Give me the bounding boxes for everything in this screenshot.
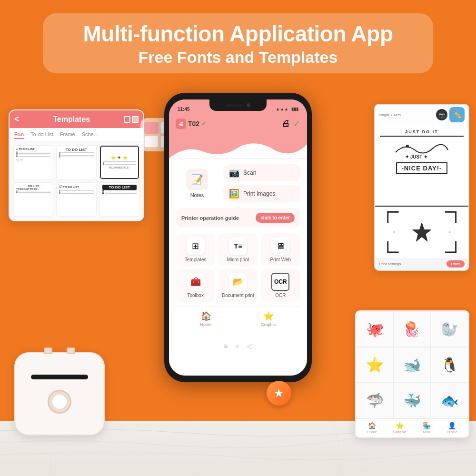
templates-icon: ⊞ (187, 237, 205, 255)
header-box: Multi-function Application App Free Font… (43, 13, 433, 73)
rt-camera-button[interactable]: 📷 (436, 109, 447, 120)
app-ocr[interactable]: OCR OCR (261, 269, 300, 302)
print-icon[interactable]: 🖨 (282, 119, 290, 129)
header-subtitle: Free Fonts and Templates (62, 48, 414, 67)
notes-icon: 📝 (191, 174, 203, 185)
gesture-menu-icon: ≡ (224, 342, 228, 350)
lt-tab-frame[interactable]: Frame (60, 131, 75, 139)
bubble-sq-2 (144, 136, 159, 148)
rt-shark-svg: ✦ JUST ✦ (391, 140, 453, 159)
svg-text:✦ JUST ✦: ✦ JUST ✦ (405, 154, 428, 159)
rt-print-bar: Print settings Print (375, 258, 468, 270)
scan-label: Scan (243, 169, 256, 176)
graphic-label: Graphic (261, 322, 276, 327)
lt-title: Templates (22, 115, 121, 124)
star-icon: ★ (274, 387, 284, 400)
lt-grid: TO DO LIST ♡♡ TO DO LIST ⭐ (10, 141, 143, 220)
brt-nav-mall[interactable]: 🏪 Mall (423, 422, 431, 434)
floating-star-badge[interactable]: ★ (267, 381, 291, 406)
brt-cell-seal1[interactable]: 🦭 (431, 311, 468, 347)
brt-nav-home[interactable]: 🏠 Home (367, 422, 377, 434)
app-toolbox[interactable]: 🧰 Toolbox (176, 269, 215, 302)
lt-cell-3[interactable]: ⭐ ✈ ⭐ NO.9788334167 (99, 145, 139, 179)
toolbox-icon: 🧰 (187, 273, 205, 291)
lt-tab-schedule[interactable]: Sche... (82, 131, 98, 139)
brt-cell-starfish[interactable]: ⭐ (356, 347, 394, 383)
brt-cell-seal3[interactable]: 🐟 (431, 383, 468, 418)
lt-cell-2[interactable]: TO DO LIST (56, 145, 96, 179)
lt-cell-5[interactable]: ☑ TO DO LIST (56, 182, 96, 217)
rt-nice-day-text: -NICE DAY!- (396, 162, 448, 174)
gesture-back-icon: ◁ (247, 342, 252, 350)
app-docprint[interactable]: 📂 Document print (218, 269, 258, 302)
brt-cell-octopus[interactable]: 🐙 (356, 311, 394, 347)
brt-cell-whale[interactable]: 🐳 (394, 383, 431, 418)
phone-screen: 11:45 ▲▲▲ ▮▮▮ 🖨 T02 ✓ 🖨 ✓ (169, 99, 307, 376)
battery-icon: ▮▮▮ (291, 107, 298, 111)
lt-icon-sq-2 (132, 116, 139, 123)
rt-edit-button[interactable]: ✏️ (449, 107, 465, 122)
brt-nav-graphic[interactable]: ⭐ Graphic (393, 422, 407, 434)
printer-guide-banner: Printer operation guide click to enter (176, 208, 300, 228)
bottom-right-tablet-animals: 🐙 🪼 🦭 ⭐ 🐋 🐧 🦈 🐳 🐟 🏠 Home ⭐ Graphic 🏪 Mal… (355, 310, 469, 438)
notes-action[interactable]: 📝 Notes (176, 164, 218, 202)
phone-content: 📝 Notes 📷 Scan 🖼️ Print Images (169, 159, 307, 338)
microprint-icon: T≡ (229, 237, 247, 255)
rt-print-settings: Print settings (379, 262, 401, 266)
brt-graphic-icon: ⭐ (396, 422, 404, 429)
graphic-icon: ⭐ (263, 311, 274, 321)
lt-cell-1[interactable]: TO DO LIST ♡♡ (13, 145, 53, 179)
lt-tab-todo[interactable]: To-do List (30, 131, 53, 139)
right-tablet-editor: length 7.4cm 📷 ✏️ JUST DO IT ✦ JUST ✦ -N… (374, 104, 469, 271)
lt-cell-4[interactable]: DO LIST TO DO LIST TO DO (13, 182, 53, 217)
print-images-action[interactable]: 🖼️ Print Images (223, 185, 300, 202)
svg-point-0 (406, 145, 409, 148)
printer-tab-left (44, 347, 52, 354)
ocr-label: OCR (275, 293, 286, 298)
brt-cell-seal2[interactable]: 🐋 (394, 347, 431, 383)
nav-graphic[interactable]: ⭐ Graphic (261, 311, 276, 327)
brt-cell-shark[interactable]: 🦈 (356, 383, 394, 418)
rt-print-button[interactable]: Print (446, 260, 465, 268)
lt-header: < Templates (10, 110, 143, 128)
app-header-actions: 🖨 ✓ (282, 119, 300, 129)
phone-notch (209, 99, 267, 111)
brt-nav-profile[interactable]: 👤 Profile (446, 422, 457, 434)
lt-cell-6[interactable]: TO DO LIST (99, 182, 139, 217)
brt-grid: 🐙 🪼 🦭 ⭐ 🐋 🐧 🦈 🐳 🐟 (356, 311, 468, 418)
printweb-label: Print Web (270, 257, 291, 262)
printer-paper-slot (31, 375, 88, 379)
nav-home[interactable]: 🏠 Home (200, 311, 212, 327)
scan-icon: 📷 (229, 168, 239, 178)
notes-icon-box: 📝 (186, 169, 208, 190)
docprint-label: Document print (222, 293, 254, 298)
lt-icons (124, 116, 139, 123)
brt-cell-penguin[interactable]: 🐧 (431, 347, 468, 383)
ocr-icon: OCR (271, 273, 289, 291)
brt-cell-jellyfish[interactable]: 🪼 (394, 311, 431, 347)
app-logo-name: 🖨 T02 ✓ (176, 119, 206, 129)
rt-length: length 7.4cm (379, 113, 401, 117)
gesture-home-icon: ○ (235, 342, 239, 350)
brt-home-label: Home (367, 430, 377, 434)
check-icon[interactable]: ✓ (293, 119, 300, 129)
svg-point-3 (393, 231, 395, 233)
docprint-icon: 📂 (229, 273, 247, 291)
app-microprint[interactable]: T≡ Micro print (218, 233, 258, 266)
brt-graphic-label: Graphic (393, 430, 407, 434)
rt-frame-deco-svg (380, 209, 464, 255)
phone-gesture-bar: ≡ ○ ◁ (169, 338, 307, 354)
lt-tab-fun[interactable]: Fun (14, 131, 24, 139)
rt-content-area: JUST DO IT ✦ JUST ✦ -NICE DAY!- (375, 125, 468, 258)
home-icon: 🏠 (201, 311, 211, 321)
app-name: T02 (188, 120, 199, 128)
templates-label: Templates (185, 257, 207, 262)
app-templates[interactable]: ⊞ Templates (176, 233, 215, 266)
printer-guide-button[interactable]: click to enter (256, 213, 295, 223)
scan-action[interactable]: 📷 Scan (223, 164, 300, 181)
app-verified-icon: ✓ (201, 120, 206, 127)
brt-bottom-nav: 🏠 Home ⭐ Graphic 🏪 Mall 👤 Profile (356, 418, 468, 437)
app-printweb[interactable]: 🖥 Print Web (261, 233, 300, 266)
printer-main-button[interactable] (48, 390, 71, 414)
lt-back-icon[interactable]: < (14, 114, 20, 124)
